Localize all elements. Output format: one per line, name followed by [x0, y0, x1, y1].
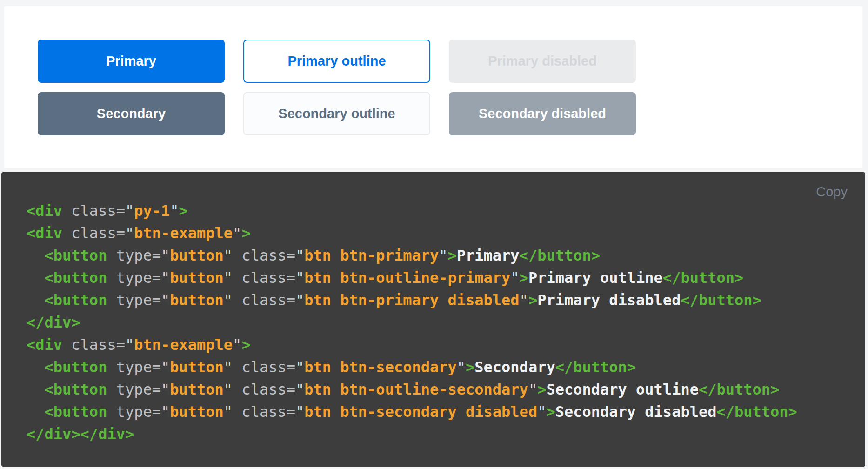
code-token-tag: > — [241, 224, 250, 242]
code-token-quote: " — [224, 381, 233, 398]
code-block: <div class="py-1"><div class="btn-exampl… — [1, 172, 865, 445]
code-token-text — [27, 269, 45, 287]
code-token-tag: > — [447, 247, 456, 264]
preview-button-primary-disabled[interactable]: Primary disabled — [449, 40, 636, 83]
code-token-quote: " — [161, 291, 170, 309]
code-token-tag: </button> — [520, 247, 600, 264]
code-token-tag: > — [537, 381, 546, 398]
preview-button-primary-outline[interactable]: Primary outline — [243, 40, 430, 83]
code-token-tag: </button> — [716, 403, 797, 421]
code-token-quote: " — [295, 269, 304, 287]
code-token-tag: > — [528, 291, 537, 309]
code-token-text: Primary — [457, 247, 520, 264]
code-token-tag: <button — [45, 381, 107, 398]
code-token-text — [27, 291, 45, 309]
code-token-attr: class= — [62, 202, 125, 220]
copy-button[interactable]: Copy — [816, 184, 848, 200]
code-token-value: button — [170, 358, 224, 376]
code-token-tag: <button — [45, 403, 107, 421]
code-token-value: btn btn-primary — [304, 247, 439, 264]
code-token-quote: " — [224, 247, 233, 264]
button-row: PrimaryPrimary outlinePrimary disabled — [38, 40, 636, 83]
code-token-text: Secondary outline — [546, 381, 699, 398]
code-token-tag: <div — [27, 336, 62, 354]
code-token-quote: " — [125, 224, 134, 242]
code-token-tag: > — [241, 336, 250, 354]
button-row: SecondarySecondary outlineSecondary disa… — [38, 92, 636, 135]
code-token-tag: <button — [45, 291, 107, 309]
code-token-quote: " — [224, 291, 233, 309]
code-token-tag: <div — [27, 202, 62, 220]
page: PrimaryPrimary outlinePrimary disabledSe… — [0, 0, 868, 469]
code-token-attr: type= — [107, 247, 161, 264]
code-token-tag: > — [520, 269, 528, 287]
code-token-attr: class= — [233, 403, 295, 421]
code-token-quote: " — [295, 291, 304, 309]
code-token-quote: " — [528, 381, 537, 398]
code-token-quote: " — [233, 336, 241, 354]
code-token-text — [27, 381, 45, 398]
code-line: <div class="py-1"> — [27, 200, 851, 222]
code-token-tag: <div — [27, 224, 62, 242]
code-token-value: button — [170, 247, 224, 264]
code-token-tag: </button> — [555, 358, 636, 376]
preview-button-secondary-outline[interactable]: Secondary outline — [243, 92, 430, 135]
code-token-value: btn btn-secondary — [304, 358, 457, 376]
code-token-attr: class= — [62, 224, 125, 242]
code-line: <button type="button" class="btn btn-pri… — [27, 289, 851, 311]
code-token-text — [27, 247, 45, 264]
code-line: <div class="btn-example"> — [27, 334, 851, 356]
code-line: <button type="button" class="btn btn-out… — [27, 378, 851, 401]
code-token-attr: class= — [233, 291, 295, 309]
code-token-quote: " — [125, 336, 134, 354]
preview-button-secondary[interactable]: Secondary — [38, 92, 225, 135]
button-examples: PrimaryPrimary outlinePrimary disabledSe… — [38, 40, 636, 145]
code-token-attr: class= — [62, 336, 125, 354]
code-token-attr: type= — [107, 381, 161, 398]
code-token-quote: " — [224, 403, 233, 421]
code-token-tag: </button> — [699, 381, 779, 398]
code-token-quote: " — [510, 269, 519, 287]
code-token-quote: " — [161, 247, 170, 264]
code-token-attr: class= — [233, 358, 295, 376]
code-line: </div> — [27, 311, 851, 334]
code-token-value: btn-example — [134, 336, 233, 354]
code-token-quote: " — [125, 202, 134, 220]
code-line: <button type="button" class="btn btn-pri… — [27, 244, 851, 267]
code-token-value: btn btn-outline-secondary — [304, 381, 528, 398]
code-token-value: button — [170, 291, 224, 309]
code-token-quote: " — [295, 403, 304, 421]
code-token-attr: type= — [107, 358, 161, 376]
code-panel: Copy <div class="py-1"><div class="btn-e… — [1, 172, 865, 467]
code-token-value: button — [170, 269, 224, 287]
code-token-attr: type= — [107, 291, 161, 309]
code-token-value: py-1 — [134, 202, 170, 220]
code-token-value: btn-example — [134, 224, 233, 242]
code-token-text: Secondary disabled — [555, 403, 717, 421]
code-token-tag: </div> — [27, 425, 80, 443]
code-token-quote: " — [520, 291, 528, 309]
code-token-value: button — [170, 381, 224, 398]
code-token-tag: </button> — [663, 269, 743, 287]
code-token-quote: " — [170, 202, 179, 220]
code-token-attr: class= — [233, 247, 295, 264]
code-token-quote: " — [161, 381, 170, 398]
preview-card: PrimaryPrimary outlinePrimary disabledSe… — [4, 6, 862, 168]
code-token-tag: </div> — [27, 314, 80, 331]
code-token-quote: " — [224, 358, 233, 376]
code-line: <button type="button" class="btn btn-out… — [27, 267, 851, 289]
code-token-quote: " — [457, 358, 466, 376]
code-token-tag: > — [179, 202, 188, 220]
code-token-value: btn btn-primary disabled — [304, 291, 519, 309]
preview-button-primary[interactable]: Primary — [38, 40, 225, 83]
code-token-tag: </button> — [681, 291, 761, 309]
preview-button-secondary-disabled[interactable]: Secondary disabled — [449, 92, 636, 135]
code-token-attr: type= — [107, 403, 161, 421]
code-token-value: btn btn-outline-primary — [304, 269, 510, 287]
code-token-attr: class= — [233, 381, 295, 398]
code-token-value: button — [170, 403, 224, 421]
code-token-text — [27, 403, 45, 421]
code-token-tag: </div> — [80, 425, 134, 443]
code-token-text: Primary disabled — [537, 291, 681, 309]
code-token-quote: " — [295, 247, 304, 264]
